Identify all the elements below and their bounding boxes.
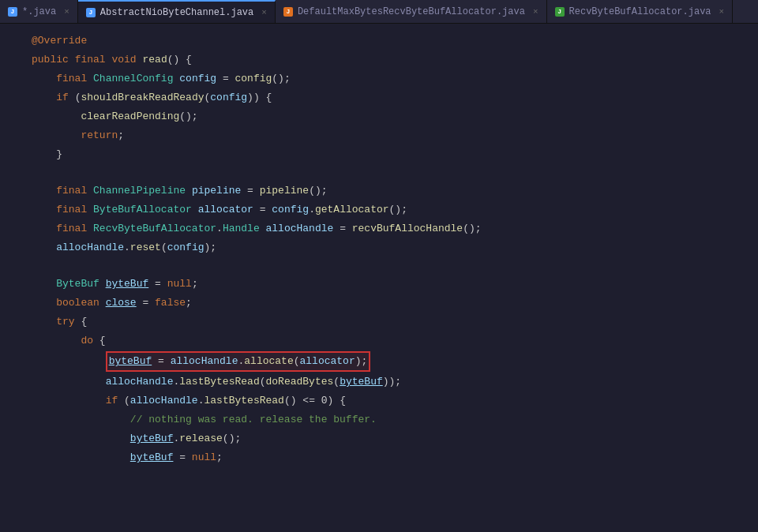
tab-label-3: RecvByteBufAllocator.java [569,6,711,17]
tab-icon-3: J [555,7,565,17]
code-editor: @Override public final void read() { fin… [0,24,758,532]
tab-close-2[interactable]: × [533,7,538,17]
code-line-12: boolean close = false; [0,294,758,313]
code-line-6: } [0,145,758,164]
code-line-9: final RecvByteBufAllocator.Handle allocH… [0,219,758,238]
line-content-16: allocHandle.lastBytesRead(doReadBytes(by… [32,373,758,391]
line-content-1: public final void read() { [32,51,758,69]
code-line-13: try { [0,313,758,332]
line-content-3: if (shouldBreakReadReady(config)) { [32,89,758,107]
highlighted-expression: byteBuf = allocHandle.allocate(allocator… [106,351,371,372]
code-line-16: allocHandle.lastBytesRead(doReadBytes(by… [0,373,758,392]
tab-label-1: AbstractNioByteChannel.java [100,7,253,18]
line-content-7: final ChannelPipeline pipeline = pipelin… [32,182,758,200]
line-content-17: if (allocHandle.lastBytesRead() <= 0) { [32,392,758,410]
code-line-override: @Override [0,32,758,51]
code-line-1: public final void read() { [0,51,758,69]
line-content-12: boolean close = false; [32,294,758,312]
line-content-18: // nothing was read. release the buffer. [32,411,758,429]
code-line-15-highlighted: byteBuf = allocHandle.allocate(allocator… [0,350,758,373]
code-line-4: clearReadPending(); [0,107,758,126]
line-content-8: final ByteBufAllocator allocator = confi… [32,201,758,219]
code-line-20: byteBuf = null; [0,448,758,467]
tab-java-unnamed[interactable]: J *.java × [0,0,78,23]
line-content-override: @Override [32,32,758,50]
tab-close-3[interactable]: × [719,7,725,17]
tab-label-2: DefaultMaxBytesRecvByteBufAllocator.java [298,6,525,17]
code-line-7: final ChannelPipeline pipeline = pipelin… [0,182,758,200]
line-content-19: byteBuf.release(); [32,430,758,448]
code-line-empty1 [0,164,758,182]
code-line-3: if (shouldBreakReadReady(config)) { [0,88,758,107]
code-line-empty2 [0,257,758,275]
code-line-17: if (allocHandle.lastBytesRead() <= 0) { [0,392,758,410]
code-line-18: // nothing was read. release the buffer. [0,410,758,429]
line-content-4: clearReadPending(); [32,108,758,126]
tab-icon-0: J [8,7,17,17]
code-line-2: final ChannelConfig config = config(); [0,69,758,88]
tab-abstractniobytechannel[interactable]: J AbstractNioByteChannel.java × [78,0,276,23]
line-content-2: final ChannelConfig config = config(); [32,70,758,88]
line-content-14: do { [32,332,758,350]
line-content-15: byteBuf = allocHandle.allocate(allocator… [32,351,758,372]
code-line-14: do { [0,332,758,350]
tab-close-1[interactable]: × [261,8,267,17]
line-content-10: allocHandle.reset(config); [32,239,758,257]
line-content-9: final RecvByteBufAllocator.Handle allocH… [32,220,758,238]
line-content-11: ByteBuf byteBuf = null; [32,275,758,293]
line-content-13: try { [32,313,758,331]
code-line-11: ByteBuf byteBuf = null; [0,275,758,294]
tab-bar: J *.java × J AbstractNioByteChannel.java… [0,0,758,24]
line-content-20: byteBuf = null; [32,449,758,466]
tab-icon-2: J [283,7,293,17]
line-content-5: return; [32,127,758,144]
tab-label-0: *.java [22,6,56,17]
tab-close-0[interactable]: × [64,7,69,17]
code-line-10: allocHandle.reset(config); [0,238,758,257]
code-line-5: return; [0,126,758,145]
line-content-6: } [32,146,758,163]
tab-recvbytebuf[interactable]: J RecvByteBufAllocator.java × [547,0,734,23]
tab-icon-1: J [86,8,96,17]
code-line-8: final ByteBufAllocator allocator = confi… [0,200,758,219]
code-line-19: byteBuf.release(); [0,429,758,448]
tab-defaultmaxbytes[interactable]: J DefaultMaxBytesRecvByteBufAllocator.ja… [276,0,547,23]
